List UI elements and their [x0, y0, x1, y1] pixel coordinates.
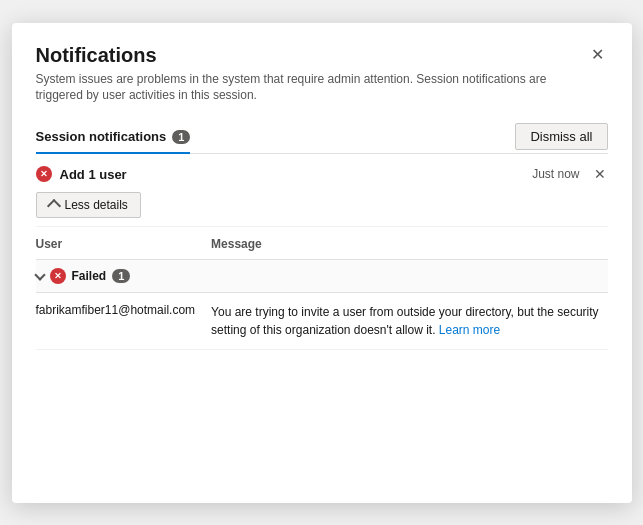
details-table: User Message Failed 1: [36, 227, 608, 350]
dialog-header: Notifications ✕: [36, 43, 608, 67]
failed-label-text: Failed: [72, 269, 107, 283]
message-cell: You are trying to invite a user from out…: [203, 293, 607, 350]
user-email-cell: fabrikamfiber11@hotmail.com: [36, 293, 204, 350]
tabs-row: Session notifications 1 Dismiss all: [36, 120, 608, 154]
message-text: You are trying to invite a user from out…: [211, 305, 599, 337]
notification-meta: Just now ✕: [532, 166, 607, 182]
tab-label: Session notifications: [36, 129, 167, 144]
tab-session-notifications[interactable]: Session notifications 1: [36, 121, 191, 154]
chevron-up-icon: [46, 199, 60, 213]
failed-row: Failed 1: [36, 260, 608, 293]
table-header-row: User Message: [36, 227, 608, 260]
expand-failed-button[interactable]: [36, 271, 44, 281]
notification-item: Add 1 user Just now ✕ Less details: [36, 154, 608, 227]
dialog-title: Notifications: [36, 43, 157, 67]
error-icon: [36, 166, 52, 182]
failed-label: Failed 1: [36, 268, 600, 284]
chevron-down-icon: [34, 269, 45, 280]
notification-header: Add 1 user Just now ✕: [36, 166, 608, 182]
notification-dismiss-button[interactable]: ✕: [592, 166, 608, 182]
table-row: fabrikamfiber11@hotmail.com You are tryi…: [36, 293, 608, 350]
col-user-header: User: [36, 227, 204, 260]
failed-count-badge: 1: [112, 269, 130, 283]
notifications-dialog: Notifications ✕ System issues are proble…: [12, 23, 632, 503]
failed-error-icon: [50, 268, 66, 284]
dialog-subtitle: System issues are problems in the system…: [36, 71, 576, 105]
details-toggle-label: Less details: [65, 198, 128, 212]
close-button[interactable]: ✕: [587, 45, 608, 65]
notification-title: Add 1 user: [60, 167, 127, 182]
col-message-header: Message: [203, 227, 607, 260]
tab-badge: 1: [172, 130, 190, 144]
notification-timestamp: Just now: [532, 167, 579, 181]
notification-title-row: Add 1 user: [36, 166, 127, 182]
failed-cell: Failed 1: [36, 260, 608, 293]
learn-more-link[interactable]: Learn more: [439, 323, 500, 337]
details-toggle-button[interactable]: Less details: [36, 192, 141, 218]
dismiss-all-button[interactable]: Dismiss all: [515, 123, 607, 150]
